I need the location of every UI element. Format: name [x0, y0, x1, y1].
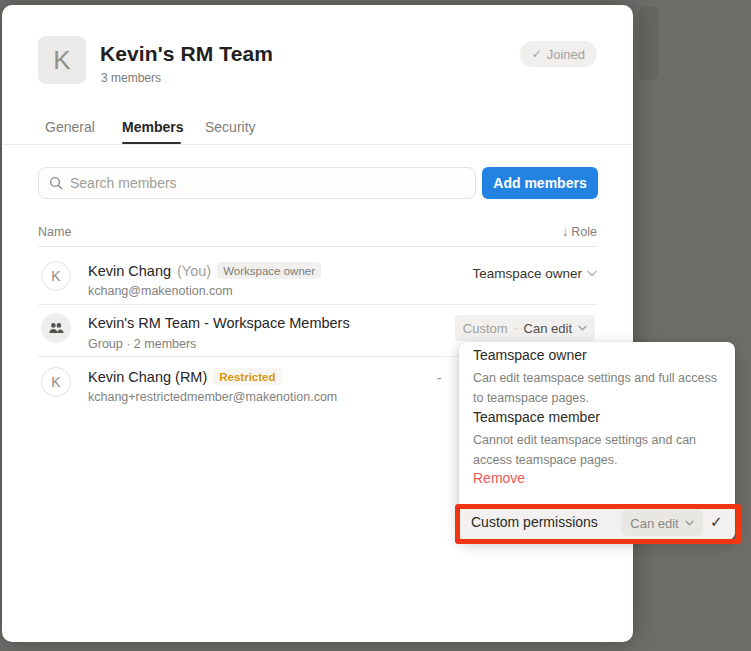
row-divider [38, 304, 597, 305]
role-dropdown-menu: Teamspace owner Can edit teamspace setti… [459, 342, 735, 540]
tabs-divider [2, 144, 633, 145]
member-name: Kevin Chang [88, 263, 171, 279]
role-column-label: Role [571, 225, 597, 239]
member-email: kchang+restrictedmember@makenotion.com [88, 390, 337, 404]
member-avatar-letter: K [51, 268, 60, 284]
member-name-line: Kevin Chang (You) Workspace owner [88, 262, 321, 279]
teamspace-avatar-letter: K [53, 45, 70, 76]
table-header-divider [38, 246, 597, 247]
role-column-header[interactable]: ↓ Role [562, 225, 597, 239]
teamspace-avatar: K [38, 36, 86, 84]
role-select-custom-can-edit[interactable]: Custom · Can edit [455, 315, 595, 341]
search-icon [49, 176, 63, 190]
tab-security[interactable]: Security [205, 119, 256, 135]
member-avatar: K [41, 261, 71, 291]
group-avatar [41, 313, 71, 343]
menu-option-teamspace-owner[interactable]: Teamspace owner [473, 347, 587, 363]
custom-permissions-level-select[interactable]: Can edit [621, 510, 703, 536]
workspace-owner-badge: Workspace owner [217, 262, 321, 279]
member-count: 3 members [101, 71, 161, 85]
menu-option-custom-permissions[interactable]: Custom permissions Can edit ✓ [459, 505, 735, 540]
selected-check-icon: ✓ [710, 513, 723, 531]
you-suffix: (You) [177, 263, 211, 279]
partially-covered-role-text: - [437, 370, 442, 385]
tab-general[interactable]: General [45, 119, 95, 135]
role-value: Teamspace owner [472, 266, 582, 281]
teamspace-settings-dialog: K Kevin's RM Team 3 members ✓ Joined Gen… [2, 5, 633, 642]
people-group-icon [48, 321, 64, 335]
joined-badge-label: Joined [547, 47, 585, 62]
search-members-input[interactable] [70, 175, 465, 191]
role-select-teamspace-owner[interactable]: Teamspace owner [472, 266, 597, 281]
menu-option-description: Cannot edit teamspace settings and can a… [473, 430, 727, 470]
menu-option-description: Can edit teamspace settings and full acc… [473, 368, 727, 408]
member-email: kchang@makenotion.com [88, 284, 233, 298]
tab-members[interactable]: Members [122, 119, 183, 135]
chevron-down-icon [685, 520, 694, 526]
custom-permissions-level-value: Can edit [630, 516, 678, 531]
role-custom-label: Custom [463, 321, 508, 336]
group-name: Kevin's RM Team - Workspace Members [88, 315, 350, 331]
role-separator-dot: · [514, 321, 518, 335]
member-avatar-letter: K [51, 374, 60, 390]
custom-permissions-label: Custom permissions [471, 514, 598, 530]
menu-option-teamspace-member[interactable]: Teamspace member [473, 409, 600, 425]
group-name-line: Kevin's RM Team - Workspace Members [88, 315, 350, 331]
chevron-down-icon [578, 325, 587, 331]
member-name-line: Kevin Chang (RM) Restricted [88, 368, 282, 385]
screen-backdrop: K Kevin's RM Team 3 members ✓ Joined Gen… [0, 0, 751, 651]
name-column-header: Name [38, 225, 71, 239]
background-dimmed-card [639, 6, 658, 80]
sort-descending-icon: ↓ [562, 225, 568, 239]
check-icon: ✓ [532, 47, 542, 61]
member-name: Kevin Chang (RM) [88, 369, 207, 385]
group-subtitle: Group · 2 members [88, 337, 196, 351]
menu-option-remove[interactable]: Remove [473, 470, 525, 486]
teamspace-title: Kevin's RM Team [100, 42, 273, 66]
add-members-button[interactable]: Add members [482, 167, 598, 199]
member-avatar: K [41, 367, 71, 397]
search-members-box[interactable] [38, 167, 476, 199]
restricted-badge: Restricted [213, 368, 281, 385]
chevron-down-icon [587, 270, 597, 277]
role-level-label: Can edit [524, 321, 572, 336]
joined-badge[interactable]: ✓ Joined [520, 41, 597, 67]
